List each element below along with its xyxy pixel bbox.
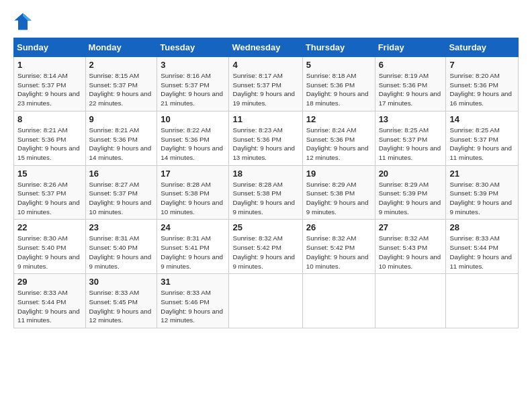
day-info: Sunrise: 8:29 AM Sunset: 5:38 PM Dayligh… bbox=[306, 180, 371, 217]
day-info: Sunrise: 8:17 AM Sunset: 5:37 PM Dayligh… bbox=[232, 71, 298, 108]
day-info: Sunrise: 8:31 AM Sunset: 5:41 PM Dayligh… bbox=[161, 234, 225, 271]
calendar-cell: 20 Sunrise: 8:29 AM Sunset: 5:39 PM Dayl… bbox=[375, 165, 446, 220]
dow-thursday: Thursday bbox=[302, 38, 375, 57]
calendar-cell: 4 Sunrise: 8:17 AM Sunset: 5:37 PM Dayli… bbox=[229, 57, 302, 111]
calendar-cell: 3 Sunrise: 8:16 AM Sunset: 5:37 PM Dayli… bbox=[157, 57, 229, 111]
dow-tuesday: Tuesday bbox=[157, 38, 229, 57]
day-number: 17 bbox=[161, 169, 225, 179]
calendar-cell: 11 Sunrise: 8:23 AM Sunset: 5:36 PM Dayl… bbox=[229, 111, 302, 165]
day-number: 18 bbox=[232, 169, 298, 179]
day-number: 25 bbox=[232, 222, 298, 232]
day-number: 28 bbox=[449, 222, 515, 232]
day-number: 9 bbox=[89, 114, 154, 124]
calendar-cell: 24 Sunrise: 8:31 AM Sunset: 5:41 PM Dayl… bbox=[157, 220, 229, 274]
day-info: Sunrise: 8:21 AM Sunset: 5:36 PM Dayligh… bbox=[17, 126, 82, 163]
day-info: Sunrise: 8:33 AM Sunset: 5:44 PM Dayligh… bbox=[449, 234, 515, 271]
day-info: Sunrise: 8:30 AM Sunset: 5:39 PM Dayligh… bbox=[449, 180, 515, 217]
day-number: 15 bbox=[17, 169, 82, 179]
calendar-cell: 25 Sunrise: 8:32 AM Sunset: 5:42 PM Dayl… bbox=[229, 220, 302, 274]
calendar-cell: 15 Sunrise: 8:26 AM Sunset: 5:37 PM Dayl… bbox=[14, 165, 86, 220]
page: SundayMondayTuesdayWednesdayThursdayFrid… bbox=[0, 0, 532, 411]
day-number: 26 bbox=[306, 222, 371, 232]
day-info: Sunrise: 8:27 AM Sunset: 5:37 PM Dayligh… bbox=[89, 180, 154, 217]
day-info: Sunrise: 8:30 AM Sunset: 5:40 PM Dayligh… bbox=[17, 234, 82, 271]
day-number: 23 bbox=[89, 222, 154, 232]
week-row-3: 15 Sunrise: 8:26 AM Sunset: 5:37 PM Dayl… bbox=[14, 165, 519, 220]
day-number: 10 bbox=[161, 114, 225, 124]
day-number: 20 bbox=[379, 169, 443, 179]
day-number: 7 bbox=[449, 60, 515, 70]
day-info: Sunrise: 8:21 AM Sunset: 5:36 PM Dayligh… bbox=[89, 126, 154, 163]
day-info: Sunrise: 8:32 AM Sunset: 5:42 PM Dayligh… bbox=[232, 234, 298, 271]
day-number: 6 bbox=[379, 60, 443, 70]
calendar-cell: 19 Sunrise: 8:29 AM Sunset: 5:38 PM Dayl… bbox=[302, 165, 375, 220]
calendar-cell: 5 Sunrise: 8:18 AM Sunset: 5:36 PM Dayli… bbox=[302, 57, 375, 111]
day-info: Sunrise: 8:15 AM Sunset: 5:37 PM Dayligh… bbox=[89, 71, 154, 108]
day-number: 8 bbox=[17, 114, 82, 124]
calendar-cell bbox=[375, 274, 446, 328]
day-number: 13 bbox=[379, 114, 443, 124]
calendar-cell: 23 Sunrise: 8:31 AM Sunset: 5:40 PM Dayl… bbox=[85, 220, 157, 274]
day-info: Sunrise: 8:25 AM Sunset: 5:37 PM Dayligh… bbox=[379, 126, 443, 163]
day-info: Sunrise: 8:29 AM Sunset: 5:39 PM Dayligh… bbox=[379, 180, 443, 217]
calendar-cell: 16 Sunrise: 8:27 AM Sunset: 5:37 PM Dayl… bbox=[85, 165, 157, 220]
day-info: Sunrise: 8:32 AM Sunset: 5:43 PM Dayligh… bbox=[379, 234, 443, 271]
logo-icon bbox=[13, 12, 32, 31]
day-info: Sunrise: 8:33 AM Sunset: 5:44 PM Dayligh… bbox=[17, 288, 82, 325]
calendar-cell: 30 Sunrise: 8:33 AM Sunset: 5:45 PM Dayl… bbox=[85, 274, 157, 328]
day-number: 24 bbox=[161, 222, 225, 232]
day-number: 14 bbox=[449, 114, 515, 124]
day-info: Sunrise: 8:20 AM Sunset: 5:36 PM Dayligh… bbox=[449, 71, 515, 108]
calendar-cell: 31 Sunrise: 8:33 AM Sunset: 5:46 PM Dayl… bbox=[157, 274, 229, 328]
calendar-cell: 6 Sunrise: 8:19 AM Sunset: 5:36 PM Dayli… bbox=[375, 57, 446, 111]
day-info: Sunrise: 8:19 AM Sunset: 5:36 PM Dayligh… bbox=[379, 71, 443, 108]
dow-sunday: Sunday bbox=[14, 38, 86, 57]
calendar-cell: 14 Sunrise: 8:25 AM Sunset: 5:37 PM Dayl… bbox=[446, 111, 519, 165]
day-info: Sunrise: 8:18 AM Sunset: 5:36 PM Dayligh… bbox=[306, 71, 371, 108]
day-number: 30 bbox=[89, 277, 154, 287]
calendar-cell: 10 Sunrise: 8:22 AM Sunset: 5:36 PM Dayl… bbox=[157, 111, 229, 165]
day-number: 3 bbox=[161, 60, 225, 70]
calendar-cell: 9 Sunrise: 8:21 AM Sunset: 5:36 PM Dayli… bbox=[85, 111, 157, 165]
calendar-cell: 18 Sunrise: 8:28 AM Sunset: 5:38 PM Dayl… bbox=[229, 165, 302, 220]
calendar-cell: 28 Sunrise: 8:33 AM Sunset: 5:44 PM Dayl… bbox=[446, 220, 519, 274]
calendar-cell: 26 Sunrise: 8:32 AM Sunset: 5:42 PM Dayl… bbox=[302, 220, 375, 274]
calendar-cell: 2 Sunrise: 8:15 AM Sunset: 5:37 PM Dayli… bbox=[85, 57, 157, 111]
calendar-cell bbox=[446, 274, 519, 328]
day-info: Sunrise: 8:32 AM Sunset: 5:42 PM Dayligh… bbox=[306, 234, 371, 271]
calendar-cell bbox=[229, 274, 302, 328]
day-number: 27 bbox=[379, 222, 443, 232]
day-info: Sunrise: 8:28 AM Sunset: 5:38 PM Dayligh… bbox=[232, 180, 298, 217]
calendar-body: 1 Sunrise: 8:14 AM Sunset: 5:37 PM Dayli… bbox=[14, 57, 519, 328]
day-number: 12 bbox=[306, 114, 371, 124]
calendar-cell bbox=[302, 274, 375, 328]
calendar-cell: 27 Sunrise: 8:32 AM Sunset: 5:43 PM Dayl… bbox=[375, 220, 446, 274]
day-of-week-row: SundayMondayTuesdayWednesdayThursdayFrid… bbox=[14, 38, 519, 57]
week-row-1: 1 Sunrise: 8:14 AM Sunset: 5:37 PM Dayli… bbox=[14, 57, 519, 111]
week-row-5: 29 Sunrise: 8:33 AM Sunset: 5:44 PM Dayl… bbox=[14, 274, 519, 328]
dow-monday: Monday bbox=[85, 38, 157, 57]
day-number: 5 bbox=[306, 60, 371, 70]
day-number: 31 bbox=[161, 277, 225, 287]
day-number: 16 bbox=[89, 169, 154, 179]
day-info: Sunrise: 8:31 AM Sunset: 5:40 PM Dayligh… bbox=[89, 234, 154, 271]
day-number: 4 bbox=[232, 60, 298, 70]
calendar-cell: 22 Sunrise: 8:30 AM Sunset: 5:40 PM Dayl… bbox=[14, 220, 86, 274]
day-number: 11 bbox=[232, 114, 298, 124]
logo bbox=[13, 12, 35, 31]
day-info: Sunrise: 8:16 AM Sunset: 5:37 PM Dayligh… bbox=[161, 71, 225, 108]
day-info: Sunrise: 8:33 AM Sunset: 5:46 PM Dayligh… bbox=[161, 288, 225, 325]
day-info: Sunrise: 8:33 AM Sunset: 5:45 PM Dayligh… bbox=[89, 288, 154, 325]
calendar-cell: 8 Sunrise: 8:21 AM Sunset: 5:36 PM Dayli… bbox=[14, 111, 86, 165]
header bbox=[13, 12, 519, 31]
week-row-2: 8 Sunrise: 8:21 AM Sunset: 5:36 PM Dayli… bbox=[14, 111, 519, 165]
calendar: SundayMondayTuesdayWednesdayThursdayFrid… bbox=[13, 38, 519, 328]
calendar-cell: 13 Sunrise: 8:25 AM Sunset: 5:37 PM Dayl… bbox=[375, 111, 446, 165]
dow-wednesday: Wednesday bbox=[229, 38, 302, 57]
day-number: 29 bbox=[17, 277, 82, 287]
day-info: Sunrise: 8:22 AM Sunset: 5:36 PM Dayligh… bbox=[161, 126, 225, 163]
day-info: Sunrise: 8:23 AM Sunset: 5:36 PM Dayligh… bbox=[232, 126, 298, 163]
day-number: 2 bbox=[89, 60, 154, 70]
day-info: Sunrise: 8:25 AM Sunset: 5:37 PM Dayligh… bbox=[449, 126, 515, 163]
day-number: 1 bbox=[17, 60, 82, 70]
